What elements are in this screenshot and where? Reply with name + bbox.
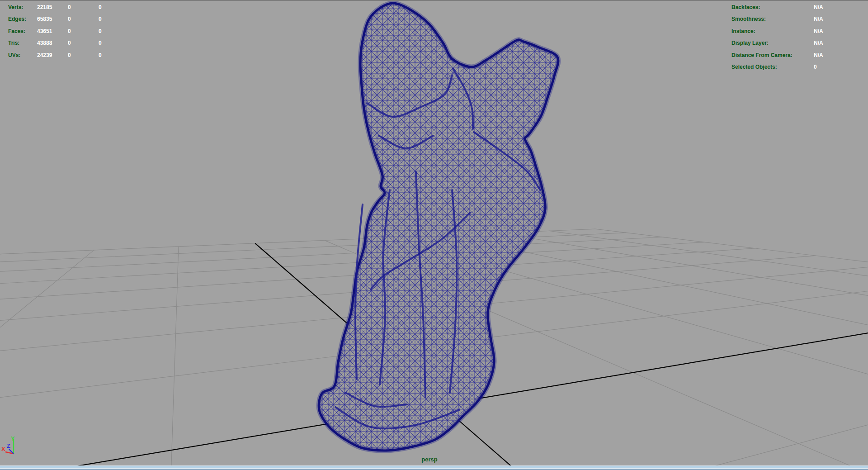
hud-verts-extra: 0 [99,1,117,13]
hud-poly-count: Verts:2218500 Edges:6583500 Faces:436510… [8,1,117,61]
hud-smoothness-label: Smoothness: [731,13,814,25]
hud-faces-extra: 0 [99,25,117,37]
hud-row-edges: Edges:6583500 [8,13,117,25]
hud-row-distance-from-camera: Distance From Camera:N/A [731,49,823,61]
hud-object-details: Backfaces:N/A Smoothness:N/A Instance:N/… [731,1,823,73]
hud-edges-total: 65835 [37,13,68,25]
hud-instance-value: N/A [814,25,823,37]
hud-backfaces-label: Backfaces: [731,1,814,13]
hud-edges-selected: 0 [68,13,99,25]
hud-edges-label: Edges: [8,13,37,25]
hud-tris-extra: 0 [99,37,117,49]
statue-wireframe-model[interactable] [319,3,558,451]
hud-distance-from-camera-value: N/A [814,49,823,61]
hud-uvs-total: 24239 [37,49,68,61]
axis-gizmo-z-axis-label: Z [7,442,10,449]
hud-uvs-label: UVs: [8,49,37,61]
hud-display-layer-value: N/A [814,37,823,49]
axis-gizmo-y-axis-label: Y [11,435,15,442]
axis-gizmo-x-axis-label: X [1,446,5,452]
hud-uvs-selected: 0 [68,49,99,61]
maya-viewport-screen: YXZ Verts:2218500 Edges:6583500 Faces:43… [0,0,868,470]
hud-tris-total: 43888 [37,37,68,49]
hud-row-instance: Instance:N/A [731,25,823,37]
hud-distance-from-camera-label: Distance From Camera: [731,49,814,61]
hud-row-smoothness: Smoothness:N/A [731,13,823,25]
hud-verts-selected: 0 [68,1,99,13]
hud-uvs-extra: 0 [99,49,117,61]
hud-row-faces: Faces:4365100 [8,25,117,37]
camera-name-label: persp [393,456,466,463]
hud-tris-selected: 0 [68,37,99,49]
hud-backfaces-value: N/A [814,1,823,13]
hud-display-layer-label: Display Layer: [731,37,814,49]
hud-verts-total: 22185 [37,1,68,13]
hud-tris-label: Tris: [8,37,37,49]
axis-gizmo: YXZ [1,435,15,454]
hud-faces-total: 43651 [37,25,68,37]
hud-smoothness-value: N/A [814,13,823,25]
hud-faces-label: Faces: [8,25,37,37]
viewport-top-edge [0,0,868,1]
hud-instance-label: Instance: [731,25,814,37]
hud-edges-extra: 0 [99,13,117,25]
hud-row-uvs: UVs:2423900 [8,49,117,61]
hud-row-verts: Verts:2218500 [8,1,117,13]
hud-selected-objects-label: Selected Objects: [731,61,814,73]
hud-faces-selected: 0 [68,25,99,37]
hud-row-tris: Tris:4388800 [8,37,117,49]
hud-row-display-layer: Display Layer:N/A [731,37,823,49]
hud-selected-objects-value: 0 [814,61,817,73]
hud-row-selected-objects: Selected Objects:0 [731,61,823,73]
hud-verts-label: Verts: [8,1,37,13]
hud-row-backfaces: Backfaces:N/A [731,1,823,13]
